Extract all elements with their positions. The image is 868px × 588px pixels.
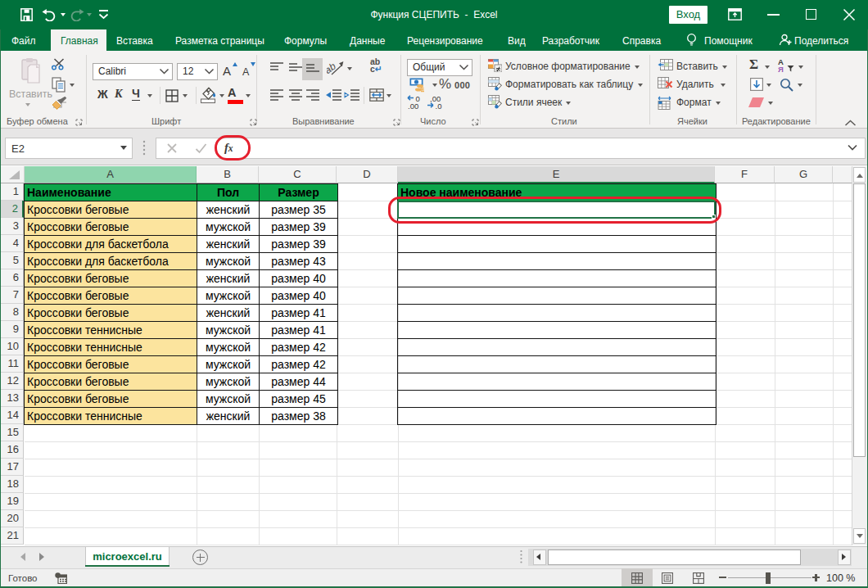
svg-text:,00: ,00 [408, 102, 418, 110]
svg-text:,0: ,0 [436, 102, 442, 110]
svg-text:Я: Я [778, 65, 784, 73]
